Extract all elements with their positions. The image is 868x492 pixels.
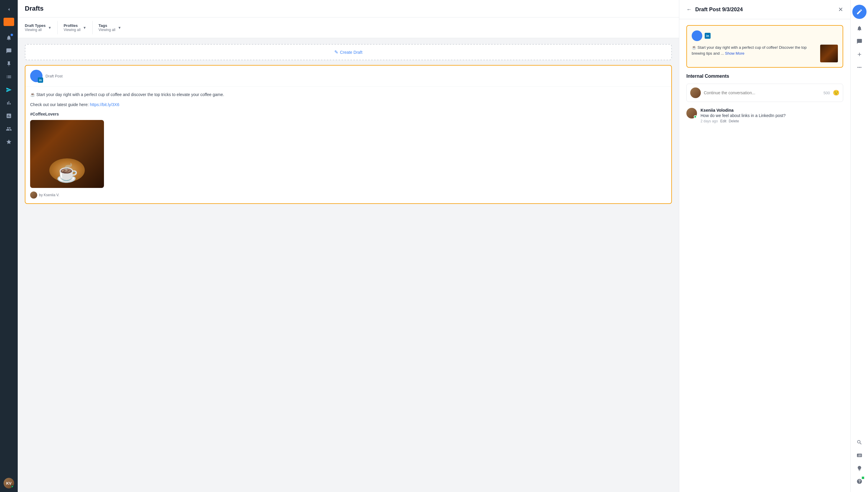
close-button[interactable]: ✕ [838,6,843,13]
right-rail [850,0,868,492]
sidebar-item-users[interactable] [3,123,15,135]
author-name: by Kseniia V. [39,193,59,197]
panel-title: Draft Post 9/3/2024 [695,6,743,13]
draft-post-text: ☕ Start your day right with a perfect cu… [30,91,667,98]
preview-content: ☕ Start your day right with a perfect cu… [692,45,838,63]
sidebar-item-star[interactable] [3,136,15,148]
preview-card-header: in [692,30,838,41]
tags-label: Tags [99,23,116,28]
filter-draft-types[interactable]: Draft Types Viewing all ▼ [25,21,58,34]
create-draft-icon: ✎ [334,49,338,55]
comment-input-area: 500 🙂 [686,83,843,102]
main-content: Drafts Draft Types Viewing all ▼ Profile… [18,0,679,492]
sidebar-item-notifications[interactable] [3,32,15,44]
right-panel: ← Draft Post 9/3/2024 ✕ in ☕ Start your … [679,0,850,492]
panel-body: in ☕ Start your day right with a perfect… [679,19,850,492]
preview-coffee-image [820,45,838,63]
folder-icon[interactable] [3,18,14,26]
char-count: 500 [823,91,830,95]
rail-keyboard-button[interactable] [853,449,865,461]
linkedin-badge: in [38,77,43,83]
comment-author-avatar [686,108,697,119]
preview-thumbnail [820,45,838,63]
comment-meta: 2 days ago Edit Delete [700,119,786,123]
draft-post-link-line: Check out our latest guide here: https:/… [30,101,667,108]
sidebar-item-send[interactable] [3,84,15,96]
tags-sub: Viewing all [99,28,116,32]
draft-hashtag: #CoffeeLovers [30,112,667,117]
draft-author: by Kseniia V. [30,192,667,199]
tags-chevron: ▼ [118,26,121,30]
comment-online-dot [694,115,697,118]
profiles-label: Profiles [63,23,80,28]
sidebar: KV [0,0,18,492]
notification-dot [10,34,13,36]
comment-author-name: Kseniia Volodina [700,108,786,113]
compose-button[interactable] [852,5,867,19]
online-status-dot [11,485,14,488]
create-draft-label: Create Draft [340,50,362,55]
comment-timestamp: 2 days ago [700,119,718,123]
author-avatar-small [30,192,37,199]
profile-avatar: in [30,70,43,82]
comment-edit-link[interactable]: Edit [720,119,726,123]
draft-card-body: ☕ Start your day right with a perfect cu… [25,87,671,203]
sidebar-item-list[interactable] [3,71,15,83]
sidebar-item-messages[interactable] [3,45,15,57]
rail-search-button[interactable] [853,437,865,448]
draft-image [30,120,104,188]
comment-user-avatar [690,88,701,98]
internal-comments-section: Internal Comments 500 🙂 Kseniia Volodina… [686,74,843,123]
content-area: ✎ Create Draft in Draft Post ☕ Start you… [18,38,679,492]
filters-bar: Draft Types Viewing all ▼ Profiles Viewi… [18,18,679,38]
filter-tags[interactable]: Tags Viewing all ▼ [99,21,127,34]
preview-text: ☕ Start your day right with a perfect cu… [692,45,817,56]
draft-types-sub: Viewing all [25,28,46,32]
draft-types-chevron: ▼ [48,26,52,30]
comment-delete-link[interactable]: Delete [729,119,739,123]
preview-linkedin-icon: in [705,33,711,39]
profiles-chevron: ▼ [83,26,86,30]
rail-more-button[interactable] [853,62,865,73]
coffee-image-visual [30,120,104,188]
draft-card[interactable]: in Draft Post ☕ Start your day right wit… [25,65,672,204]
preview-profile-avatar [692,30,702,41]
preview-card: in ☕ Start your day right with a perfect… [686,25,843,68]
emoji-button[interactable]: 🙂 [833,90,839,96]
panel-header-left: ← Draft Post 9/3/2024 [686,6,743,13]
rail-bell-button[interactable] [853,22,865,34]
filter-profiles[interactable]: Profiles Viewing all ▼ [63,21,93,34]
profiles-sub: Viewing all [63,28,80,32]
comment-text: How do we feel about links in a LinkedIn… [700,113,786,118]
comment-body: Kseniia Volodina How do we feel about li… [700,108,786,123]
create-draft-button[interactable]: ✎ Create Draft [25,44,672,60]
sidebar-item-pins[interactable] [3,58,15,70]
draft-link[interactable]: https://bit.ly/3X6 [90,102,119,107]
show-more-link[interactable]: Show More [725,51,744,55]
draft-type-label: Draft Post [46,74,62,78]
sidebar-collapse-btn[interactable] [3,3,15,15]
draft-card-header: in Draft Post [25,66,671,87]
comment-input-field[interactable] [704,91,820,95]
rail-comment-button[interactable] [853,35,865,47]
rail-lightbulb-button[interactable] [853,463,865,474]
draft-types-label: Draft Types [25,23,46,28]
rail-add-button[interactable] [853,48,865,60]
panel-header: ← Draft Post 9/3/2024 ✕ [679,0,850,19]
rail-help-button[interactable] [853,475,865,487]
comment-item: Kseniia Volodina How do we feel about li… [686,108,843,123]
sidebar-item-chart-bar[interactable] [3,97,15,109]
comments-title: Internal Comments [686,74,843,79]
sidebar-item-analytics[interactable] [3,110,15,122]
page-header: Drafts [18,0,679,18]
user-avatar[interactable]: KV [3,478,14,489]
back-button[interactable]: ← [686,6,692,13]
page-title: Drafts [25,5,672,13]
